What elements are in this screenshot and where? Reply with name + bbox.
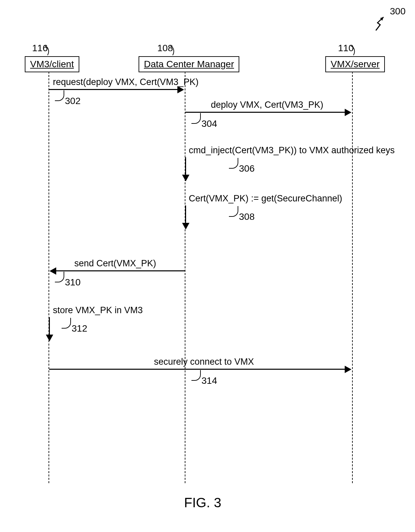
msg-312-label: store VMX_PK in VM3 <box>53 305 143 316</box>
arrowhead-icon <box>177 86 184 93</box>
msg-310-num: 310 <box>65 277 81 288</box>
actor-vmx: VMX/server <box>325 56 385 72</box>
arrowhead-icon <box>345 109 351 116</box>
figure-label: FIG. 3 <box>184 495 221 510</box>
leader-icon <box>44 45 56 57</box>
msg-314-arrow <box>49 369 346 370</box>
arrowhead-icon <box>46 335 53 341</box>
msg-302-arrow <box>49 89 180 90</box>
msg-304-label: deploy VMX, Cert(VM3_PK) <box>211 100 323 110</box>
msg-308-num: 308 <box>239 211 255 222</box>
msg-310-label: send Cert(VMX_PK) <box>74 258 156 269</box>
actor-dcm: Data Center Manager <box>139 56 239 72</box>
arrowhead-icon <box>182 223 189 230</box>
msg-306-stem <box>185 157 186 177</box>
lifeline-dcm <box>185 72 185 483</box>
actor-vm3: VM3/client <box>25 56 79 72</box>
msg-314-tick <box>191 370 201 381</box>
msg-312-num: 312 <box>72 323 87 334</box>
msg-314-num: 314 <box>201 375 217 386</box>
msg-306-label: cmd_inject(Cert(VM3_PK)) to VMX authoriz… <box>189 145 395 156</box>
lifeline-vmx <box>352 72 353 483</box>
msg-304-tick <box>191 113 201 124</box>
msg-306-tick <box>229 158 238 169</box>
msg-302-num: 302 <box>65 96 81 106</box>
leader-icon <box>350 45 362 57</box>
msg-312-stem <box>49 317 50 337</box>
msg-308-tick <box>229 206 238 217</box>
arrowhead-icon <box>345 366 351 373</box>
msg-308-stem <box>185 205 186 226</box>
msg-310-tick <box>55 272 64 282</box>
msg-314-label: securely connect to VMX <box>154 357 254 367</box>
msg-310-arrow <box>56 270 185 271</box>
lifeline-vm3 <box>49 72 49 483</box>
msg-304-arrow <box>185 112 347 113</box>
arrowhead-icon <box>182 175 189 181</box>
zigzag-icon <box>374 15 394 32</box>
msg-306-num: 306 <box>239 163 255 174</box>
msg-302-label: request(deploy VMX, Cert(VM3_PK) <box>53 77 198 87</box>
sequence-diagram: 300 116 VM3/client 108 Data Center Manag… <box>0 0 415 532</box>
msg-304-num: 304 <box>201 118 217 129</box>
msg-302-tick <box>55 90 64 101</box>
msg-308-label: Cert(VMX_PK) := get(SecureChannel) <box>189 193 342 204</box>
msg-312-tick <box>62 318 71 329</box>
leader-icon <box>169 45 181 57</box>
